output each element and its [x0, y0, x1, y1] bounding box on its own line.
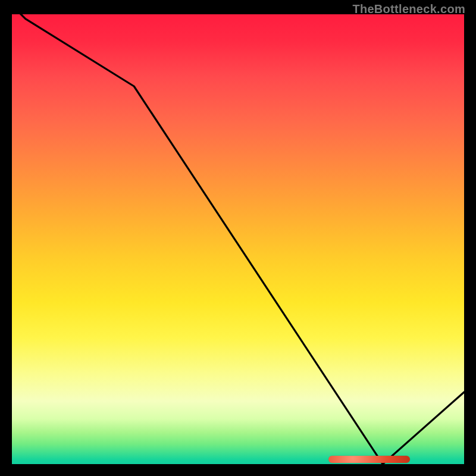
plot-area — [12, 14, 464, 464]
optimum-marker — [328, 456, 410, 463]
line-layer — [12, 14, 464, 464]
chart-container: TheBottleneck.com — [0, 0, 476, 476]
data-line — [12, 14, 464, 464]
